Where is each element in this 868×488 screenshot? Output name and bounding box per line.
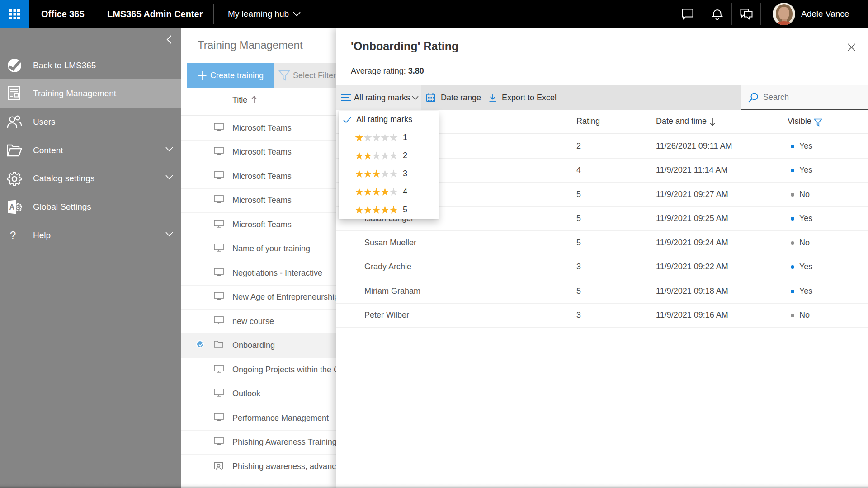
svg-text:A: A [9,203,15,211]
